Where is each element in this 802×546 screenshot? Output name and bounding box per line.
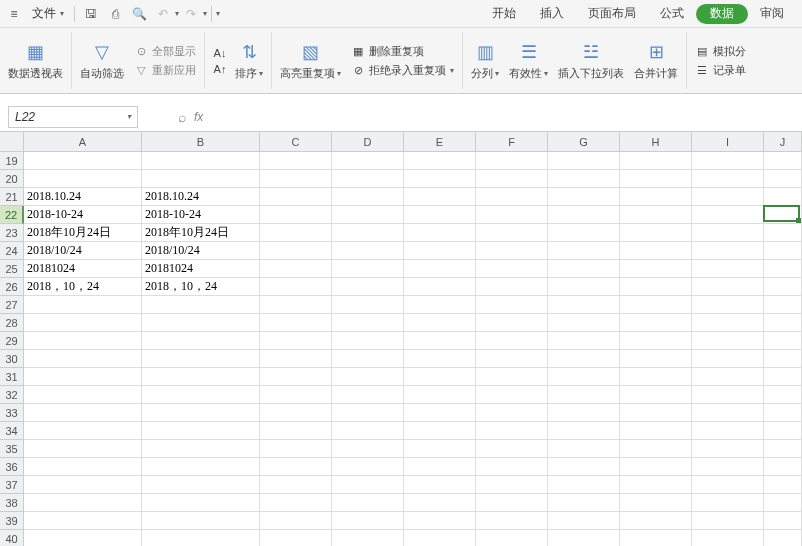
cell[interactable]: 2018，10，24 — [24, 278, 142, 296]
cell[interactable] — [260, 530, 332, 546]
cell[interactable] — [404, 440, 476, 458]
cell[interactable] — [260, 350, 332, 368]
cell[interactable] — [620, 206, 692, 224]
cell[interactable] — [404, 386, 476, 404]
cell[interactable] — [620, 458, 692, 476]
cell[interactable] — [260, 206, 332, 224]
cell[interactable] — [24, 296, 142, 314]
cell[interactable] — [476, 224, 548, 242]
undo-icon[interactable]: ↶ — [153, 4, 173, 24]
cell[interactable]: 2018年10月24日 — [142, 224, 260, 242]
cell[interactable] — [548, 422, 620, 440]
cell[interactable] — [548, 386, 620, 404]
cell[interactable] — [692, 494, 764, 512]
cell[interactable] — [620, 152, 692, 170]
cell[interactable] — [476, 188, 548, 206]
cell[interactable] — [692, 314, 764, 332]
cell[interactable]: 20181024 — [24, 260, 142, 278]
cell[interactable] — [24, 152, 142, 170]
cell[interactable] — [692, 350, 764, 368]
cell[interactable] — [142, 350, 260, 368]
cell[interactable] — [332, 206, 404, 224]
tab-layout[interactable]: 页面布局 — [576, 0, 648, 27]
cell[interactable] — [620, 278, 692, 296]
row-header[interactable]: 20 — [0, 170, 24, 188]
row-header[interactable]: 39 — [0, 512, 24, 530]
cell[interactable] — [764, 440, 802, 458]
row-header[interactable]: 29 — [0, 332, 24, 350]
cell[interactable] — [24, 314, 142, 332]
cell[interactable] — [548, 188, 620, 206]
hamburger-icon[interactable]: ≡ — [6, 7, 22, 21]
cell[interactable] — [332, 260, 404, 278]
highlight-duplicates-button[interactable]: ▧ 高亮重复项▾ — [280, 40, 341, 81]
cell[interactable] — [404, 530, 476, 546]
qat-customize-icon[interactable]: ▾ — [216, 9, 220, 18]
cell[interactable] — [548, 512, 620, 530]
tab-start[interactable]: 开始 — [480, 0, 528, 27]
cell[interactable] — [404, 350, 476, 368]
row-header[interactable]: 22 — [0, 206, 24, 224]
cell[interactable] — [332, 440, 404, 458]
print-icon[interactable]: ⎙ — [105, 4, 125, 24]
cell[interactable] — [476, 296, 548, 314]
column-header[interactable]: F — [476, 132, 548, 152]
cell[interactable] — [692, 224, 764, 242]
cell[interactable] — [260, 224, 332, 242]
cell[interactable] — [404, 188, 476, 206]
cell[interactable] — [476, 404, 548, 422]
cell[interactable] — [404, 512, 476, 530]
cell[interactable] — [548, 350, 620, 368]
cell[interactable] — [142, 368, 260, 386]
cell[interactable] — [692, 152, 764, 170]
cell[interactable] — [476, 152, 548, 170]
cell[interactable] — [24, 368, 142, 386]
cell[interactable] — [260, 476, 332, 494]
cell[interactable] — [24, 494, 142, 512]
tab-formula[interactable]: 公式 — [648, 0, 696, 27]
cell[interactable] — [404, 332, 476, 350]
cell[interactable] — [142, 494, 260, 512]
row-header[interactable]: 27 — [0, 296, 24, 314]
cell[interactable] — [476, 260, 548, 278]
cell[interactable] — [548, 368, 620, 386]
cells-area[interactable]: 2018.10.242018.10.242018-10-242018-10-24… — [24, 152, 802, 546]
cell[interactable] — [476, 332, 548, 350]
cell[interactable]: 2018/10/24 — [142, 242, 260, 260]
cell[interactable] — [404, 314, 476, 332]
cell[interactable] — [620, 332, 692, 350]
cell[interactable] — [332, 512, 404, 530]
cell[interactable] — [764, 404, 802, 422]
cell[interactable] — [620, 386, 692, 404]
cell[interactable] — [548, 494, 620, 512]
cell[interactable] — [476, 242, 548, 260]
cell[interactable] — [692, 332, 764, 350]
cell[interactable] — [764, 206, 802, 224]
cell[interactable] — [260, 332, 332, 350]
cell[interactable] — [548, 440, 620, 458]
cell[interactable] — [332, 296, 404, 314]
cell[interactable] — [764, 260, 802, 278]
cell[interactable] — [764, 422, 802, 440]
cell[interactable] — [476, 422, 548, 440]
cell[interactable]: 2018年10月24日 — [24, 224, 142, 242]
cell[interactable] — [692, 368, 764, 386]
cell[interactable] — [260, 386, 332, 404]
cell[interactable] — [260, 368, 332, 386]
simulate-button[interactable]: ▤模拟分 — [695, 44, 746, 59]
row-header[interactable]: 23 — [0, 224, 24, 242]
cell[interactable] — [476, 314, 548, 332]
column-header[interactable]: D — [332, 132, 404, 152]
cell[interactable] — [764, 512, 802, 530]
cell[interactable] — [142, 170, 260, 188]
cell[interactable] — [620, 368, 692, 386]
cell[interactable] — [764, 530, 802, 546]
cell[interactable] — [476, 368, 548, 386]
row-header[interactable]: 19 — [0, 152, 24, 170]
cell[interactable] — [404, 242, 476, 260]
cell[interactable] — [548, 296, 620, 314]
cell[interactable] — [476, 440, 548, 458]
row-header[interactable]: 31 — [0, 368, 24, 386]
record-form-button[interactable]: ☰记录单 — [695, 63, 746, 78]
cell[interactable] — [332, 278, 404, 296]
